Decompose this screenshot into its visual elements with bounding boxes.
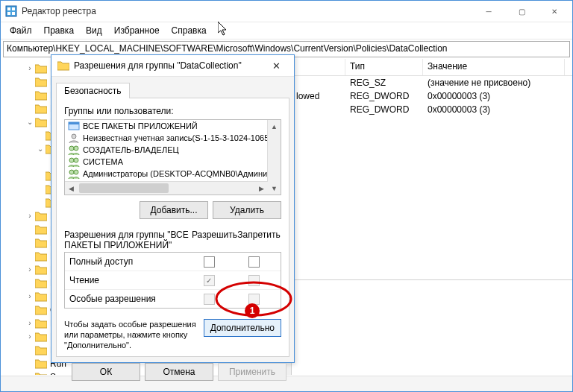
list-row[interactable]: lowedREG_DWORD0x00000003 (3)	[292, 89, 572, 103]
deny-checkbox	[248, 275, 260, 286]
cell-value: 0x00000003 (3)	[423, 91, 565, 101]
group-label: СОЗДАТЕЛЬ-ВЛАДЕЛЕЦ	[83, 145, 179, 154]
deny-checkbox[interactable]	[248, 256, 260, 268]
folder-icon	[35, 358, 47, 369]
tree-twisty-icon[interactable]: ›	[25, 290, 35, 303]
groups-hscrollbar[interactable]: ◀ ▶	[65, 181, 268, 195]
deny-checkbox	[248, 294, 260, 305]
group-item[interactable]: Неизвестная учетная запись(S-1-15-3-1024…	[65, 132, 281, 144]
tree-twisty-icon[interactable]: ›	[25, 370, 35, 375]
close-button[interactable]: ✕	[538, 1, 571, 22]
menu-file[interactable]: Файл	[4, 22, 38, 39]
cell-value: 0x00000003 (3)	[423, 104, 565, 115]
menu-view[interactable]: Вид	[80, 22, 108, 39]
tree-twisty-icon[interactable]: ⌄	[25, 116, 35, 129]
tree-twisty-icon[interactable]: ›	[25, 209, 35, 223]
folder-icon	[35, 63, 47, 74]
list-row[interactable]: REG_DWORD0x00000003 (3)	[292, 103, 572, 116]
folder-icon	[35, 251, 47, 262]
svg-point-11	[74, 158, 78, 162]
permission-row: Чтение✓	[65, 271, 281, 290]
scroll-right-icon[interactable]: ▶	[255, 182, 268, 195]
svg-rect-6	[69, 122, 79, 124]
cancel-button[interactable]: Отмена	[145, 363, 213, 381]
dialog-footer: ОК Отмена Применить	[51, 357, 294, 387]
advanced-button[interactable]: Дополнительно	[204, 319, 281, 337]
svg-point-9	[74, 146, 78, 151]
apply-button[interactable]: Применить	[218, 363, 286, 381]
tree-twisty-icon[interactable]: ›	[25, 62, 35, 75]
group-item[interactable]: СОЗДАТЕЛЬ-ВЛАДЕЛЕЦ	[65, 144, 281, 156]
folder-icon	[35, 117, 47, 127]
folder-icon	[35, 278, 47, 288]
tree-twisty-icon[interactable]: ›	[25, 263, 35, 276]
group-label: Неизвестная учетная запись(S-1-15-3-1024…	[83, 133, 281, 142]
scroll-left-icon[interactable]: ◀	[65, 182, 78, 195]
svg-point-12	[69, 170, 74, 174]
user-icon	[68, 133, 80, 143]
maximize-button[interactable]: ▢	[505, 1, 538, 22]
folder-icon	[35, 305, 47, 315]
dialog-tabs: Безопасность	[51, 80, 294, 98]
permission-name: Полный доступ	[69, 256, 187, 267]
allow-checkbox	[204, 294, 215, 305]
folder-icon	[35, 372, 47, 375]
group-item[interactable]: Администраторы (DESKTOP-ACQMNB0\Админист…	[65, 168, 281, 180]
allow-checkbox: ✓	[204, 275, 215, 286]
remove-button[interactable]: Удалить	[213, 201, 281, 219]
scroll-down-icon[interactable]: ▼	[268, 182, 281, 195]
menu-favorites[interactable]: Избранное	[108, 22, 166, 39]
tree-twisty-icon[interactable]: ›	[25, 330, 35, 344]
group-label: Администраторы (DESKTOP-ACQMNB0\Админист…	[83, 169, 281, 178]
cell-value: (значение не присвоено)	[423, 78, 565, 88]
folder-icon	[35, 104, 47, 114]
list-pane: Тип Значение REG_SZ(значение не присвоен…	[292, 59, 572, 375]
svg-point-8	[69, 146, 74, 151]
window-controls: ─ ▢ ✕	[472, 1, 571, 22]
permission-name: Особые разрешения	[69, 294, 187, 304]
permission-name: Чтение	[69, 275, 187, 285]
users-icon	[68, 157, 80, 167]
dialog-titlebar: Разрешения для группы "DataCollection" ✕	[51, 55, 294, 77]
app-icon	[5, 5, 17, 17]
list-body[interactable]: REG_SZ(значение не присвоено)lowedREG_DW…	[292, 76, 572, 116]
tree-twisty-icon[interactable]: ⌄	[35, 142, 46, 156]
tree-twisty-icon[interactable]: ›	[25, 317, 35, 330]
dialog-title: Разрешения для группы "DataCollection"	[74, 60, 261, 71]
permission-row: Полный доступ	[65, 253, 281, 271]
tab-security[interactable]: Безопасность	[56, 83, 130, 98]
horizontal-splitter[interactable]	[292, 279, 572, 283]
col-name[interactable]	[292, 59, 345, 75]
dialog-close-button[interactable]: ✕	[261, 55, 291, 76]
folder-icon	[35, 211, 47, 221]
groups-vscrollbar[interactable]: ▲ ▼	[267, 120, 281, 195]
scroll-thumb[interactable]	[79, 183, 169, 193]
folder-icon	[35, 291, 47, 302]
scroll-up-icon[interactable]: ▲	[268, 120, 281, 133]
folder-icon	[35, 318, 47, 329]
col-value[interactable]: Значение	[423, 59, 565, 75]
cell-type: REG_DWORD	[345, 104, 423, 115]
group-item[interactable]: СИСТЕМА	[65, 156, 281, 168]
folder-icon	[35, 265, 47, 275]
menu-edit[interactable]: Правка	[38, 22, 81, 39]
minimize-button[interactable]: ─	[472, 1, 505, 22]
allow-checkbox[interactable]	[204, 256, 215, 268]
folder-icon	[35, 345, 47, 355]
folder-icon	[35, 90, 47, 101]
group-item[interactable]: ВСЕ ПАКЕТЫ ПРИЛОЖЕНИЙ	[65, 120, 281, 132]
permission-row: Особые разрешения	[65, 290, 281, 308]
advanced-hint: Чтобы задать особые разрешения или парам…	[64, 319, 204, 350]
list-row[interactable]: REG_SZ(значение не присвоено)	[292, 76, 572, 89]
menu-help[interactable]: Справка	[166, 22, 213, 39]
cell-type: REG_SZ	[345, 78, 423, 88]
col-type[interactable]: Тип	[345, 59, 423, 75]
groups-listbox[interactable]: ВСЕ ПАКЕТЫ ПРИЛОЖЕНИЙНеизвестная учетная…	[64, 119, 281, 195]
users-icon	[68, 168, 80, 179]
add-button[interactable]: Добавить...	[140, 201, 208, 219]
ok-button[interactable]: ОК	[72, 363, 140, 381]
folder-icon	[35, 238, 47, 248]
list-header: Тип Значение	[292, 59, 572, 76]
svg-rect-4	[12, 12, 15, 15]
svg-rect-1	[7, 7, 10, 10]
